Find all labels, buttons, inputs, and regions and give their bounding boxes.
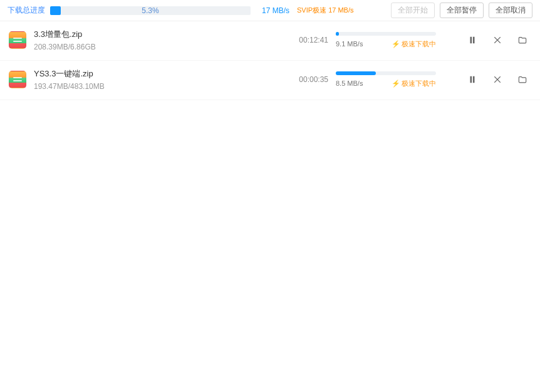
pause-icon [468, 36, 477, 44]
folder-icon [518, 75, 527, 84]
zip-file-icon [9, 71, 26, 88]
row-actions [444, 75, 531, 85]
start-all-button[interactable]: 全部开始 [391, 3, 435, 18]
row-progress-bar [336, 71, 436, 75]
cancel-button[interactable] [492, 35, 502, 45]
global-progress-header: 下载总进度 5.3% 17 MB/s SVIP极速 17 MB/s 全部开始 全… [0, 0, 540, 21]
cancel-all-button[interactable]: 全部取消 [489, 3, 532, 18]
lightning-icon: ⚡ [392, 40, 400, 48]
pause-button[interactable] [467, 75, 477, 85]
row-progress-bar [336, 32, 436, 36]
row-progress-fill [336, 71, 376, 75]
file-size: 193.47MB/483.10MB [34, 82, 283, 91]
global-speed: 17 MB/s [262, 6, 289, 15]
eta: 00:00:35 [291, 75, 328, 84]
download-list: 3.3增量包.zip 208.39MB/6.86GB 00:12:41 9.1 … [0, 21, 540, 100]
row-progress: 9.1 MB/s ⚡ 极速下载中 [336, 32, 436, 49]
pause-all-button[interactable]: 全部暂停 [440, 3, 484, 18]
svip-badge: SVIP极速 17 MB/s [297, 6, 353, 15]
row-status: ⚡ 极速下载中 [392, 79, 436, 88]
global-progress-bar: 5.3% [50, 6, 251, 15]
row-status: ⚡ 极速下载中 [392, 39, 436, 49]
eta: 00:12:41 [291, 36, 328, 44]
zip-file-icon [9, 31, 26, 49]
row-speed: 8.5 MB/s [336, 80, 363, 87]
file-name: YS3.3一键端.zip [34, 68, 283, 80]
status-text: 极速下载中 [402, 79, 436, 88]
row-progress-fill [336, 32, 339, 36]
row-speed: 9.1 MB/s [336, 40, 363, 48]
download-row: 3.3增量包.zip 208.39MB/6.86GB 00:12:41 9.1 … [0, 21, 540, 61]
lightning-icon: ⚡ [392, 80, 400, 88]
pause-button[interactable] [467, 35, 477, 45]
global-progress-text: 5.3% [50, 6, 251, 15]
file-name: 3.3增量包.zip [34, 29, 283, 40]
download-row: YS3.3一键端.zip 193.47MB/483.10MB 00:00:35 … [0, 61, 540, 100]
file-info: YS3.3一键端.zip 193.47MB/483.10MB [34, 68, 283, 91]
pause-icon [468, 75, 477, 84]
status-text: 极速下载中 [402, 39, 436, 49]
row-progress: 8.5 MB/s ⚡ 极速下载中 [336, 71, 436, 88]
close-icon [493, 36, 502, 44]
row-actions [444, 35, 531, 45]
open-folder-button[interactable] [517, 35, 527, 45]
folder-icon [518, 36, 527, 44]
file-size: 208.39MB/6.86GB [34, 43, 283, 51]
open-folder-button[interactable] [517, 75, 527, 85]
cancel-button[interactable] [492, 75, 502, 85]
close-icon [493, 75, 502, 84]
header-label: 下载总进度 [8, 5, 45, 16]
file-info: 3.3增量包.zip 208.39MB/6.86GB [34, 29, 283, 51]
